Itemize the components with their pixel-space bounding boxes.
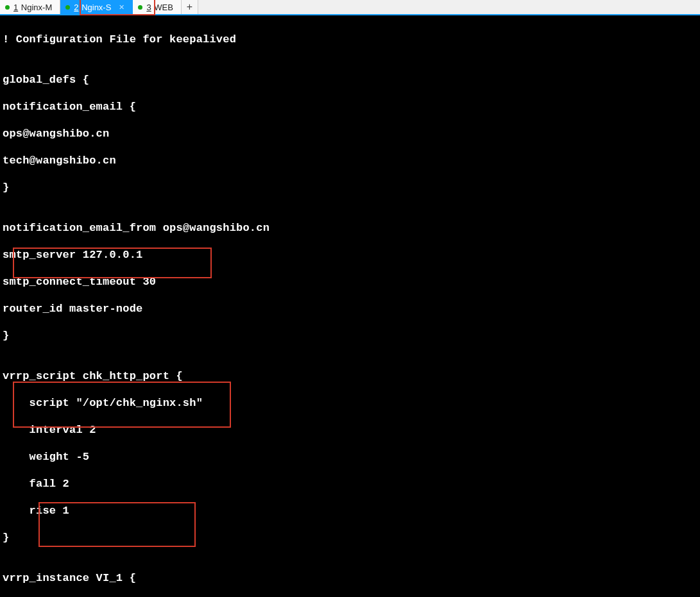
config-line: router_id master-node — [3, 302, 697, 315]
plus-icon: + — [187, 1, 192, 13]
status-dot-icon — [65, 5, 70, 10]
config-line: tech@wangshibo.cn — [3, 154, 697, 167]
tab-label: 3 WEB — [146, 3, 173, 12]
tab-web[interactable]: 3 WEB — [133, 0, 181, 14]
config-line: weight -5 — [3, 450, 697, 464]
config-line: notification_email { — [3, 100, 697, 114]
terminal-viewport[interactable]: ! Configuration File for keepalived glob… — [0, 15, 700, 597]
tab-label: 2 Nginx-S — [74, 3, 111, 12]
tab-nginx-m[interactable]: 1 Nginx-M — [0, 0, 60, 14]
config-line: global_defs { — [3, 73, 697, 87]
config-line: script "/opt/chk_nginx.sh" — [3, 396, 697, 410]
config-line: } — [3, 329, 697, 342]
config-line: vrrp_instance VI_1 { — [3, 571, 697, 585]
status-dot-icon — [5, 5, 10, 10]
config-line: interval 2 — [3, 423, 697, 437]
terminal-window: 1 Nginx-M 2 Nginx-S ✕ 3 WEB + ! Configur… — [0, 0, 700, 597]
status-dot-icon — [138, 5, 142, 10]
tab-label: 1 Nginx-M — [13, 3, 52, 12]
config-line: ops@wangshibo.cn — [3, 127, 697, 140]
config-line: } — [3, 531, 697, 544]
tab-nginx-s[interactable]: 2 Nginx-S ✕ — [60, 0, 133, 14]
tab-bar: 1 Nginx-M 2 Nginx-S ✕ 3 WEB + — [0, 0, 700, 15]
new-tab-button[interactable]: + — [182, 0, 198, 14]
config-line: fall 2 — [3, 477, 697, 491]
config-line: smtp_connect_timeout 30 — [3, 275, 697, 289]
close-icon[interactable]: ✕ — [119, 3, 124, 12]
config-line: rise 1 — [3, 504, 697, 517]
config-line: vrrp_script chk_http_port { — [3, 369, 697, 383]
config-line: ! Configuration File for keepalived — [3, 33, 697, 46]
config-line: } — [3, 181, 697, 194]
config-line: smtp_server 127.0.0.1 — [3, 248, 697, 262]
config-line: notification_email_from ops@wangshibo.cn — [3, 221, 697, 235]
